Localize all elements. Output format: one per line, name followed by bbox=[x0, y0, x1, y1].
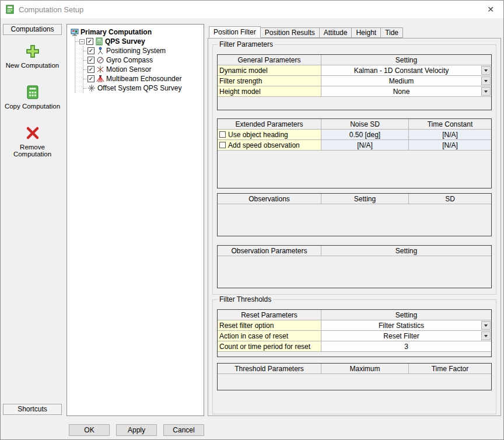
tree-checkbox-checked[interactable]: ✓ bbox=[88, 66, 94, 73]
filter-parameters-group: Filter Parameters General Parameters Set… bbox=[212, 44, 496, 295]
table-empty-area bbox=[218, 204, 491, 236]
group-title: Filter Thresholds bbox=[218, 295, 273, 303]
tree-node-primary-computation[interactable]: Primary Computation bbox=[71, 27, 202, 37]
observation-parameters-table: Observation Parameters Setting bbox=[217, 245, 492, 288]
chevron-down-icon bbox=[484, 324, 488, 327]
filter-strength-select[interactable]: Medium bbox=[321, 76, 491, 86]
tab-attitude[interactable]: Attitude bbox=[319, 27, 352, 38]
apply-button[interactable]: Apply bbox=[116, 424, 157, 436]
survey-icon bbox=[95, 37, 103, 46]
sidebar-actions: New Computation Copy Computation Remove … bbox=[3, 35, 62, 173]
multibeam-echosounder-icon bbox=[96, 75, 104, 83]
cancel-button[interactable]: Cancel bbox=[163, 424, 204, 436]
chevron-down-icon bbox=[484, 69, 488, 72]
calculator-icon bbox=[24, 84, 41, 100]
tab-height[interactable]: Height bbox=[351, 27, 381, 38]
action-label: Remove Computation bbox=[4, 144, 62, 158]
remove-computation-button[interactable]: Remove Computation bbox=[4, 125, 62, 158]
reset-parameters-table: Reset Parameters Setting Reset filter op… bbox=[217, 309, 492, 357]
reset-filter-option-select[interactable]: Filter Statistics bbox=[321, 320, 491, 331]
filter-thresholds-group: Filter Thresholds Reset Parameters Setti… bbox=[212, 299, 496, 414]
chevron-down-icon bbox=[484, 335, 488, 337]
table-empty-area bbox=[218, 151, 491, 188]
tree-node-label: Offset System QPS Survey bbox=[97, 84, 182, 92]
dropdown-button[interactable] bbox=[481, 321, 491, 330]
tree-node-gyro-compass[interactable]: ✓ Gyro Compass bbox=[83, 55, 202, 65]
computation-tree: Primary Computation − ✓ QPS Survey ✓ bbox=[66, 24, 204, 416]
add-speed-observation-checkbox[interactable] bbox=[219, 142, 226, 148]
table-empty-area bbox=[218, 256, 491, 288]
chevron-down-icon bbox=[484, 90, 488, 93]
column-header: Setting bbox=[321, 55, 491, 65]
use-object-heading-checkbox[interactable] bbox=[219, 131, 226, 138]
tree-collapse-toggle[interactable]: − bbox=[79, 39, 85, 44]
copy-computation-button[interactable]: Copy Computation bbox=[4, 84, 62, 110]
noise-sd-value[interactable]: 0.50 [deg] bbox=[321, 130, 409, 140]
tab-strip: Position Filter Position Results Attitud… bbox=[208, 26, 501, 38]
tab-position-results[interactable]: Position Results bbox=[260, 27, 320, 38]
positioning-system-icon bbox=[96, 47, 104, 55]
dropdown-button[interactable] bbox=[481, 76, 491, 85]
action-in-case-of-reset-select[interactable]: Reset Filter bbox=[321, 331, 491, 341]
dynamic-model-select[interactable]: Kalman - 1D Constant Velocity bbox=[321, 65, 491, 76]
time-constant-value: [N/A] bbox=[409, 140, 491, 151]
column-header: Observation Parameters bbox=[218, 246, 321, 256]
chevron-down-icon bbox=[484, 80, 488, 82]
observations-table: Observations Setting SD bbox=[217, 193, 492, 236]
tree-node-qps-survey[interactable]: − ✓ QPS Survey bbox=[75, 37, 202, 46]
offset-system-icon bbox=[88, 84, 96, 92]
dropdown-button[interactable] bbox=[481, 66, 491, 75]
tree-node-positioning-system[interactable]: ✓ Positioning System bbox=[83, 46, 202, 55]
tree-checkbox-checked[interactable]: ✓ bbox=[88, 47, 94, 54]
selected-value: Filter Statistics bbox=[379, 322, 424, 330]
computations-button[interactable]: Computations bbox=[3, 24, 62, 35]
tree-node-label: Multibeam Echosounder bbox=[106, 75, 181, 83]
tab-tide[interactable]: Tide bbox=[380, 27, 403, 38]
column-header: Time Factor bbox=[409, 364, 491, 374]
table-empty-area bbox=[218, 97, 491, 110]
column-header: Threshold Parameters bbox=[218, 364, 321, 374]
table-row: Use object heading 0.50 [deg] [N/A] bbox=[218, 130, 491, 140]
column-header: Reset Parameters bbox=[218, 310, 321, 320]
tab-position-filter[interactable]: Position Filter bbox=[209, 26, 261, 38]
tree-checkbox-checked[interactable]: ✓ bbox=[86, 38, 93, 45]
table-row: Reset filter option Filter Statistics bbox=[218, 320, 491, 331]
count-or-time-period-input[interactable]: 3 bbox=[321, 341, 491, 352]
dropdown-button[interactable] bbox=[481, 87, 491, 96]
table-empty-area bbox=[218, 352, 491, 357]
param-label: Use object heading bbox=[218, 130, 321, 140]
new-computation-button[interactable]: New Computation bbox=[4, 43, 62, 69]
position-filter-tab-content: Filter Parameters General Parameters Set… bbox=[208, 38, 501, 416]
plus-icon bbox=[24, 43, 41, 60]
selected-value: Kalman - 1D Constant Velocity bbox=[354, 67, 449, 75]
motion-sensor-icon bbox=[96, 65, 104, 74]
tree-checkbox-checked[interactable]: ✓ bbox=[88, 57, 94, 64]
shortcuts-button[interactable]: Shortcuts bbox=[3, 404, 62, 415]
title-bar[interactable]: Computation Setup ✕ bbox=[1, 1, 503, 18]
column-header: Setting bbox=[321, 194, 409, 204]
app-icon bbox=[5, 5, 15, 14]
selected-value: None bbox=[393, 88, 410, 96]
column-header: Noise SD bbox=[321, 119, 409, 130]
tree-node-label: Gyro Compass bbox=[106, 56, 153, 64]
computation-setup-dialog: Computation Setup ✕ Computations New Com… bbox=[0, 0, 504, 440]
table-row: Action in case of reset Reset Filter bbox=[218, 331, 491, 341]
close-button[interactable]: ✕ bbox=[478, 1, 503, 18]
tree-node-offset-system[interactable]: Offset System QPS Survey bbox=[83, 83, 202, 93]
table-row: Dynamic model Kalman - 1D Constant Veloc… bbox=[218, 65, 491, 76]
window-title: Computation Setup bbox=[19, 5, 83, 14]
tree-node-multibeam-echosounder[interactable]: ✓ Multibeam Echosounder bbox=[83, 74, 202, 83]
table-row: Add speed observation [N/A] [N/A] bbox=[218, 140, 491, 151]
param-label: Reset filter option bbox=[218, 320, 321, 331]
ok-button[interactable]: OK bbox=[69, 424, 110, 436]
tree-node-motion-sensor[interactable]: ✓ Motion Sensor bbox=[83, 65, 202, 74]
dropdown-button[interactable] bbox=[481, 331, 491, 340]
noise-sd-value: [N/A] bbox=[321, 140, 409, 151]
table-row: Count or time period for reset 3 bbox=[218, 341, 491, 352]
remove-icon bbox=[24, 125, 41, 141]
tree-node-label: Positioning System bbox=[106, 47, 166, 55]
height-model-select[interactable]: None bbox=[321, 86, 491, 97]
column-header: SD bbox=[409, 194, 491, 204]
column-header: Extended Parameters bbox=[218, 119, 321, 130]
tree-checkbox-checked[interactable]: ✓ bbox=[88, 75, 94, 82]
